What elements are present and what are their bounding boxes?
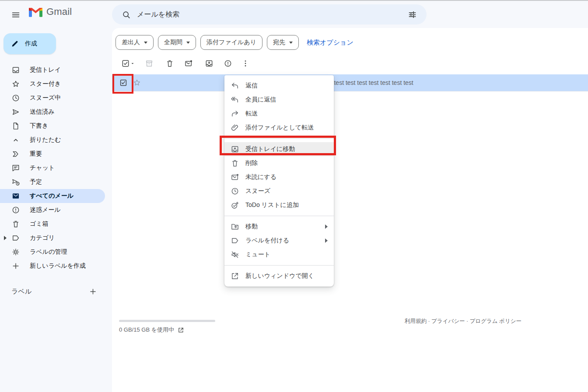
- sidebar: 作成 受信トレイ スター付き スヌーズ中 送信済み 下書き 折りたたむ 重: [0, 28, 112, 392]
- filter-chip-to[interactable]: 宛先: [267, 35, 299, 50]
- menu-item-open-in-new-window[interactable]: 新しいウィンドウで開く: [224, 269, 334, 283]
- add-to-tasks-icon: [231, 201, 239, 210]
- filter-chip-anytime[interactable]: 全期間: [158, 35, 196, 50]
- move-to-inbox-icon: [231, 145, 239, 154]
- sidebar-item-categories[interactable]: カテゴリ: [0, 231, 105, 245]
- attachment-icon: [231, 123, 239, 132]
- archive-button[interactable]: [144, 58, 155, 69]
- menu-item-reply[interactable]: 返信: [224, 79, 334, 93]
- hamburger-icon: [11, 10, 21, 20]
- menu-item-delete[interactable]: 削除: [224, 156, 334, 170]
- star-icon[interactable]: [133, 78, 141, 87]
- select-dropdown-button[interactable]: [129, 58, 136, 69]
- sidebar-item-important[interactable]: 重要: [0, 147, 105, 161]
- caret-down-icon: [130, 61, 135, 66]
- sidebar-item-sent[interactable]: 送信済み: [0, 105, 105, 119]
- menu-item-snooze[interactable]: スヌーズ: [224, 184, 334, 198]
- labels-title: ラベル: [11, 287, 32, 296]
- pencil-icon: [10, 40, 19, 48]
- menu-item-reply-all[interactable]: 全員に返信: [224, 93, 334, 107]
- menu-divider: [224, 138, 334, 139]
- exclamation-circle-icon: [224, 59, 232, 68]
- email-context-menu: 返信 全員に返信 転送 添付ファイルとして転送 受信トレイに移動 削除 未読にす…: [224, 75, 334, 287]
- sidebar-item-drafts[interactable]: 下書き: [0, 119, 105, 133]
- snooze-icon: [231, 187, 239, 196]
- sidebar-item-starred[interactable]: スター付き: [0, 77, 105, 91]
- draft-icon: [11, 122, 20, 130]
- menu-item-label-as[interactable]: ラベルを付ける: [224, 234, 334, 248]
- menu-item-forward-as-attachment[interactable]: 添付ファイルとして転送: [224, 121, 334, 135]
- delete-button[interactable]: [164, 58, 175, 69]
- header: Gmail: [0, 1, 588, 28]
- move-to-inbox-button[interactable]: [203, 58, 215, 69]
- compose-button[interactable]: 作成: [4, 33, 56, 54]
- sidebar-item-create-label[interactable]: 新しいラベルを作成: [0, 259, 105, 273]
- trash-icon: [11, 220, 20, 228]
- category-icon: [11, 234, 20, 242]
- menu-divider: [224, 265, 334, 266]
- menu-divider: [224, 216, 334, 216]
- sidebar-item-scheduled[interactable]: 予定: [0, 175, 105, 189]
- email-snippet: test test test test test test test test: [322, 74, 413, 91]
- storage-usage: 0 GB/15 GB を使用中: [119, 326, 184, 334]
- trash-icon: [165, 59, 174, 68]
- menu-item-add-to-tasks[interactable]: ToDo リストに追加: [224, 198, 334, 212]
- search-options-link[interactable]: 検索オプション: [307, 38, 354, 47]
- chevron-down-icon: [144, 42, 147, 44]
- sidebar-item-chat[interactable]: チャット: [0, 161, 105, 175]
- scheduled-send-icon: [11, 178, 20, 186]
- menu-item-mark-unread[interactable]: 未読にする: [224, 170, 334, 184]
- chevron-down-icon: [289, 42, 293, 44]
- row-checkbox[interactable]: [119, 79, 127, 87]
- all-mail-icon: [11, 192, 20, 200]
- menu-item-move-to-inbox[interactable]: 受信トレイに移動: [224, 142, 334, 156]
- mark-unread-button[interactable]: [183, 58, 194, 69]
- compose-label: 作成: [25, 40, 37, 48]
- sidebar-item-spam[interactable]: 迷惑メール: [0, 203, 105, 217]
- expand-caret-icon[interactable]: [4, 236, 7, 240]
- gmail-logo[interactable]: Gmail: [29, 6, 72, 18]
- more-options-button[interactable]: [240, 58, 251, 69]
- footer-legal-links[interactable]: 利用規約 · プライバシー · プログラム ポリシー: [405, 318, 522, 325]
- clock-icon: [11, 94, 20, 102]
- spam-icon: [11, 206, 20, 214]
- inbox-icon: [11, 66, 20, 74]
- sidebar-item-collapse[interactable]: 折りたたむ: [0, 133, 105, 147]
- labels-section-header: ラベル: [0, 284, 105, 299]
- search-icon[interactable]: [122, 10, 131, 19]
- gear-icon: [11, 248, 20, 256]
- menu-item-forward[interactable]: 転送: [224, 107, 334, 121]
- plus-icon: [89, 287, 97, 296]
- main-menu-button[interactable]: [6, 5, 25, 24]
- sidebar-item-snoozed[interactable]: スヌーズ中: [0, 91, 105, 105]
- snooze-report-button[interactable]: [222, 58, 234, 69]
- sidebar-nav: 受信トレイ スター付き スヌーズ中 送信済み 下書き 折りたたむ 重要 チャッ: [0, 63, 112, 273]
- sidebar-item-manage-labels[interactable]: ラベルの管理: [0, 245, 105, 259]
- search-input[interactable]: [137, 10, 408, 18]
- menu-item-mute[interactable]: ミュート: [224, 248, 334, 262]
- open-new-window-icon: [231, 272, 239, 280]
- filter-chip-from[interactable]: 差出人: [116, 35, 154, 50]
- move-to-inbox-icon: [205, 59, 214, 68]
- search-filters-icon[interactable]: [408, 10, 417, 19]
- filter-chip-has-attachment[interactable]: 添付ファイルあり: [200, 35, 262, 50]
- sidebar-item-trash[interactable]: ゴミ箱: [0, 217, 105, 231]
- external-link-icon[interactable]: [178, 327, 184, 333]
- send-icon: [11, 108, 20, 116]
- email-row[interactable]: test test test test test test test test: [112, 74, 588, 91]
- plus-icon: [11, 262, 20, 270]
- move-to-folder-icon: [231, 222, 239, 231]
- submenu-arrow-icon: [325, 238, 328, 243]
- submenu-arrow-icon: [325, 224, 328, 229]
- menu-item-move-to[interactable]: 移動: [224, 220, 334, 234]
- reply-all-icon: [231, 95, 239, 104]
- label-icon: [231, 236, 239, 245]
- sidebar-item-all-mail[interactable]: すべてのメール: [0, 189, 105, 203]
- delete-icon: [231, 159, 239, 168]
- sidebar-item-inbox[interactable]: 受信トレイ: [0, 63, 105, 77]
- checkbox-checked-icon: [119, 79, 127, 87]
- search-bar[interactable]: [112, 4, 427, 24]
- more-vert-icon: [241, 59, 250, 68]
- create-label-button[interactable]: [87, 285, 99, 298]
- forward-icon: [231, 109, 239, 118]
